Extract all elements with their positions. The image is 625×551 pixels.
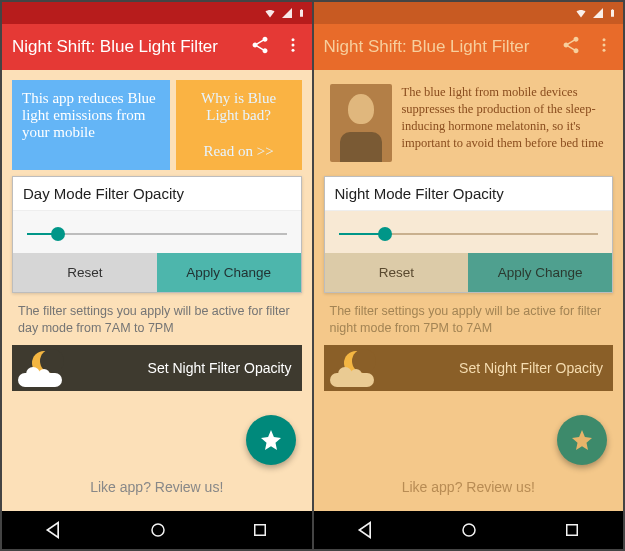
apply-button[interactable]: Apply Change <box>468 253 612 292</box>
svg-point-0 <box>291 38 294 41</box>
phone-right: Night Shift: Blue Light Filter The blue … <box>312 2 624 549</box>
night-filter-bar[interactable]: Set Night Filter Opacity <box>12 345 302 391</box>
status-bar <box>2 2 312 24</box>
svg-point-7 <box>603 48 606 51</box>
hint-text: The filter settings you apply will be ac… <box>324 293 614 345</box>
nav-recent-icon[interactable] <box>563 521 581 539</box>
share-icon[interactable] <box>561 35 581 60</box>
overflow-icon[interactable] <box>595 35 613 60</box>
info-orange-link: Read on >> <box>186 143 292 160</box>
night-filter-bar[interactable]: Set Night Filter Opacity <box>324 345 614 391</box>
nav-home-icon[interactable] <box>149 521 167 539</box>
apply-button[interactable]: Apply Change <box>157 253 301 292</box>
svg-point-1 <box>291 43 294 46</box>
info-orange-title: Why is Blue Light bad? <box>186 90 292 124</box>
info-row: This app reduces Blue light emissions fr… <box>12 80 302 170</box>
svg-point-6 <box>603 43 606 46</box>
svg-point-8 <box>463 524 475 536</box>
info-card-orange[interactable]: Why is Blue Light bad? Read on >> <box>176 80 302 170</box>
quote-text: The blue light from mobile devices suppr… <box>402 84 608 166</box>
author-avatar <box>330 84 392 162</box>
info-card-blue: This app reduces Blue light emissions fr… <box>12 80 170 170</box>
slider-area <box>13 211 301 253</box>
reset-button[interactable]: Reset <box>13 253 157 292</box>
battery-icon <box>297 6 306 20</box>
button-row: Reset Apply Change <box>13 253 301 292</box>
star-icon <box>570 428 594 452</box>
status-bar <box>314 2 624 24</box>
phone-left: Night Shift: Blue Light Filter This app … <box>2 2 312 549</box>
content: This app reduces Blue light emissions fr… <box>2 70 312 511</box>
cloud-icon <box>18 373 62 387</box>
slider-area <box>325 211 613 253</box>
wifi-icon <box>574 7 588 19</box>
share-icon[interactable] <box>250 35 270 60</box>
content: The blue light from mobile devices suppr… <box>314 70 624 511</box>
nav-home-icon[interactable] <box>460 521 478 539</box>
fab-star[interactable] <box>557 415 607 465</box>
opacity-slider[interactable] <box>339 233 599 235</box>
app-title: Night Shift: Blue Light Filter <box>324 37 548 57</box>
svg-point-3 <box>152 524 164 536</box>
app-bar: Night Shift: Blue Light Filter <box>314 24 624 70</box>
fab-star[interactable] <box>246 415 296 465</box>
wifi-icon <box>263 7 277 19</box>
app-title: Night Shift: Blue Light Filter <box>12 37 236 57</box>
quote-row: The blue light from mobile devices suppr… <box>324 80 614 170</box>
svg-rect-4 <box>255 525 266 536</box>
opacity-card: Day Mode Filter Opacity Reset Apply Chan… <box>12 176 302 293</box>
card-title: Night Mode Filter Opacity <box>325 177 613 211</box>
svg-point-5 <box>603 38 606 41</box>
app-bar: Night Shift: Blue Light Filter <box>2 24 312 70</box>
hint-text: The filter settings you apply will be ac… <box>12 293 302 345</box>
nav-back-icon[interactable] <box>44 520 64 540</box>
card-title: Day Mode Filter Opacity <box>13 177 301 211</box>
button-row: Reset Apply Change <box>325 253 613 292</box>
opacity-slider[interactable] <box>27 233 287 235</box>
android-nav <box>2 511 312 549</box>
review-footer[interactable]: Like app? Review us! <box>12 469 302 501</box>
nav-recent-icon[interactable] <box>251 521 269 539</box>
signal-icon <box>592 7 604 19</box>
overflow-icon[interactable] <box>284 35 302 60</box>
star-icon <box>259 428 283 452</box>
nav-back-icon[interactable] <box>356 520 376 540</box>
cloud-icon <box>330 373 374 387</box>
review-footer[interactable]: Like app? Review us! <box>324 469 614 501</box>
svg-rect-9 <box>567 525 578 536</box>
night-bar-label: Set Night Filter Opacity <box>148 360 292 376</box>
night-bar-label: Set Night Filter Opacity <box>459 360 603 376</box>
opacity-card: Night Mode Filter Opacity Reset Apply Ch… <box>324 176 614 293</box>
signal-icon <box>281 7 293 19</box>
svg-point-2 <box>291 48 294 51</box>
reset-button[interactable]: Reset <box>325 253 469 292</box>
battery-icon <box>608 6 617 20</box>
android-nav <box>314 511 624 549</box>
